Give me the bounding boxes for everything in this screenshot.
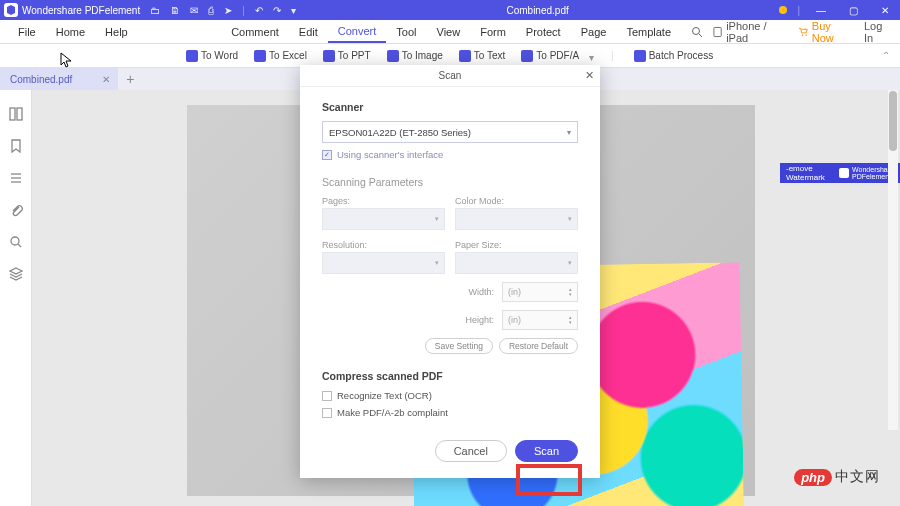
scanner-value: EPSON01A22D (ET-2850 Series): [329, 127, 471, 138]
color-mode-select[interactable]: ▾: [455, 208, 578, 230]
cancel-button[interactable]: Cancel: [435, 440, 507, 462]
ocr-label: Recognize Text (OCR): [337, 390, 432, 401]
height-label: Height:: [454, 315, 494, 325]
php-pill: php: [794, 469, 832, 486]
stepper-icon[interactable]: ▴▾: [569, 287, 572, 297]
pdfa-checkbox[interactable]: ✓: [322, 408, 332, 418]
ocr-checkbox[interactable]: ✓: [322, 391, 332, 401]
pdfa-label: Make PDF/A-2b complaint: [337, 407, 448, 418]
restore-default-button[interactable]: Restore Default: [499, 338, 578, 354]
pages-select[interactable]: ▾: [322, 208, 445, 230]
scan-dialog: Scan ✕ Scanner EPSON01A22D (ET-2850 Seri…: [300, 65, 600, 478]
watermark-badge: php 中文网: [794, 468, 880, 486]
width-label: Width:: [454, 287, 494, 297]
dialog-title: Scan: [439, 70, 462, 81]
width-input[interactable]: (in)▴▾: [502, 282, 578, 302]
compress-section-label: Compress scanned PDF: [322, 370, 578, 382]
paper-size-label: Paper Size:: [455, 240, 578, 250]
save-setting-button[interactable]: Save Setting: [425, 338, 493, 354]
resolution-select[interactable]: ▾: [322, 252, 445, 274]
use-interface-checkbox[interactable]: ✓: [322, 150, 332, 160]
stepper-icon[interactable]: ▴▾: [569, 315, 572, 325]
use-interface-label: Using scanner's interface: [337, 149, 443, 160]
height-input[interactable]: (in)▴▾: [502, 310, 578, 330]
dialog-close-icon[interactable]: ✕: [585, 69, 594, 82]
resolution-label: Resolution:: [322, 240, 445, 250]
php-cn-text: 中文网: [835, 468, 880, 486]
pages-label: Pages:: [322, 196, 445, 206]
modal-overlay: Scan ✕ Scanner EPSON01A22D (ET-2850 Seri…: [0, 0, 900, 506]
params-section-label: Scanning Parameters: [322, 176, 578, 188]
chevron-down-icon: ▾: [567, 128, 571, 137]
paper-size-select[interactable]: ▾: [455, 252, 578, 274]
color-mode-label: Color Mode:: [455, 196, 578, 206]
scanner-select[interactable]: EPSON01A22D (ET-2850 Series) ▾: [322, 121, 578, 143]
scanner-section-label: Scanner: [322, 101, 578, 113]
scan-button[interactable]: Scan: [515, 440, 578, 462]
dialog-header: Scan ✕: [300, 65, 600, 87]
